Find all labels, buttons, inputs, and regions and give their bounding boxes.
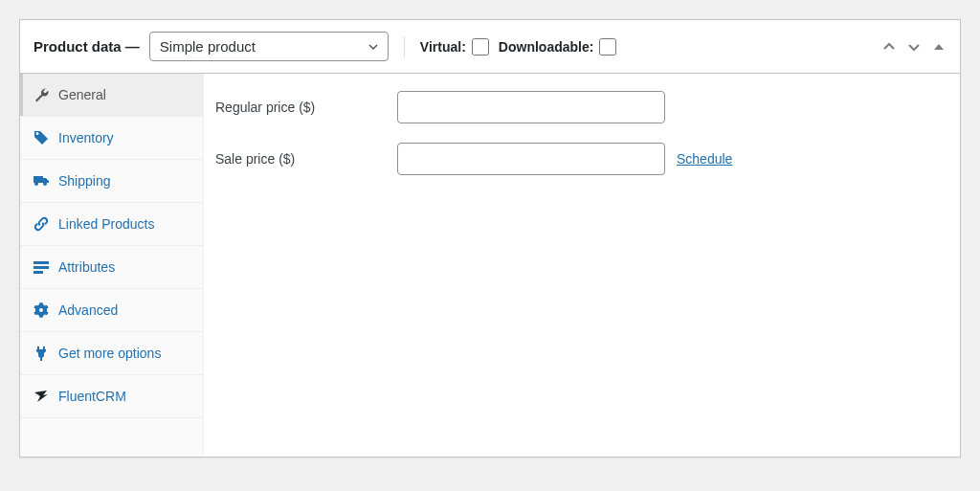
svg-rect-0 [33, 261, 49, 264]
sidebar-item-label: Attributes [58, 259, 115, 275]
header-divider [404, 36, 405, 57]
wrench-icon [33, 87, 49, 102]
tag-icon [33, 130, 49, 145]
sidebar-item-inventory[interactable]: Inventory [20, 117, 203, 160]
virtual-checkbox[interactable] [472, 38, 489, 56]
sidebar-item-label: Get more options [58, 346, 161, 361]
sidebar-item-advanced[interactable]: Advanced [20, 289, 203, 332]
sidebar-item-get-more-options[interactable]: Get more options [20, 332, 203, 375]
sidebar-item-shipping[interactable]: Shipping [20, 160, 203, 203]
sidebar-item-label: Advanced [58, 302, 118, 318]
sidebar-item-general[interactable]: General [20, 74, 203, 117]
downloadable-checkbox-group: Downloadable: [499, 38, 617, 56]
header-actions [881, 39, 947, 55]
downloadable-label: Downloadable: [499, 39, 594, 55]
panel-header: Product data — Simple product Virtual: D… [20, 20, 960, 74]
sale-price-label: Sale price ($) [215, 151, 397, 167]
panel-title: Product data — [33, 38, 140, 55]
svg-rect-2 [33, 271, 43, 274]
regular-price-label: Regular price ($) [215, 100, 397, 115]
sidebar-item-label: Linked Products [58, 216, 154, 232]
sale-price-row: Sale price ($) Schedule [215, 143, 948, 175]
sidebar: General Inventory Shipping Linked Produc… [20, 74, 204, 457]
product-type-select[interactable]: Simple product [149, 32, 389, 61]
sidebar-item-fluentcrm[interactable]: FluentCRM [20, 375, 203, 418]
regular-price-input[interactable] [397, 91, 665, 123]
virtual-label: Virtual: [420, 39, 466, 55]
sidebar-item-linked-products[interactable]: Linked Products [20, 203, 203, 246]
plug-icon [33, 346, 49, 361]
chevron-down-icon[interactable] [906, 39, 922, 55]
sidebar-item-label: General [58, 87, 106, 102]
sidebar-item-label: Shipping [58, 173, 111, 189]
sale-price-input[interactable] [397, 143, 665, 175]
schedule-link[interactable]: Schedule [677, 151, 732, 167]
regular-price-row: Regular price ($) [215, 91, 948, 123]
truck-icon [33, 173, 49, 189]
product-data-panel: Product data — Simple product Virtual: D… [19, 19, 961, 458]
list-icon [33, 259, 49, 275]
content-area: Regular price ($) Sale price ($) Schedul… [204, 74, 960, 457]
fluentcrm-icon [33, 389, 49, 404]
sidebar-item-label: Inventory [58, 130, 114, 145]
virtual-checkbox-group: Virtual: [420, 38, 489, 56]
downloadable-checkbox[interactable] [599, 38, 616, 56]
link-icon [33, 216, 49, 232]
panel-body: General Inventory Shipping Linked Produc… [20, 74, 960, 457]
chevron-up-icon[interactable] [881, 39, 897, 55]
gear-icon [33, 302, 49, 318]
collapse-icon[interactable] [931, 39, 947, 55]
sidebar-item-label: FluentCRM [58, 389, 126, 404]
sidebar-item-attributes[interactable]: Attributes [20, 246, 203, 289]
svg-rect-1 [33, 266, 49, 269]
